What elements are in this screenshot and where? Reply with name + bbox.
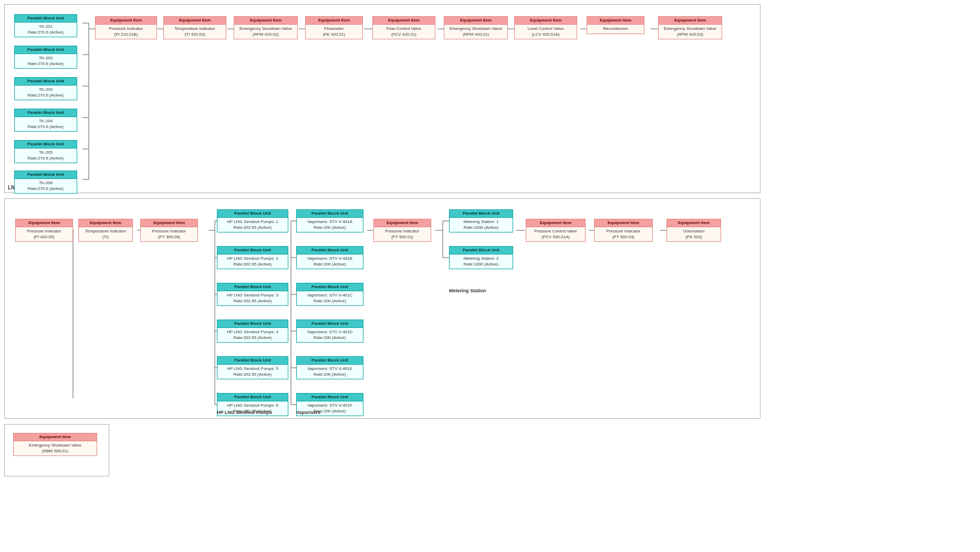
ti-mid-body: Temperature Indicator(TI): [79, 227, 132, 241]
pump1-node: Parallel Block Unit HP LNG Sendout Pumps…: [217, 209, 288, 232]
pcv500-body: Pressure Control Valve(PCV 500.01A): [526, 227, 585, 241]
pump4-body: HP LNG Sendout Pumps: 4Rate:202.95 (Acti…: [217, 328, 288, 342]
vaporisers-label: Vaporisers: [296, 410, 320, 415]
tk203-header: Parallel Block Unit: [15, 78, 77, 86]
ti-mid-node: Equipment Item Temperature Indicator(TI): [78, 219, 133, 242]
pump2-node: Parallel Block Unit HP LNG Sendout Pumps…: [217, 246, 288, 269]
vapd-node: Parallel Block Unit Vaporisers: STV V-40…: [296, 320, 363, 343]
vapb-header: Parallel Block Unit: [297, 247, 363, 254]
vapa-body: Vaporisers: STV V-401ARate:200 (Active): [297, 218, 363, 232]
metering-label: Metering Station: [449, 288, 486, 293]
odor-body: Odorisation(PK 502): [667, 227, 721, 241]
esv42001-node: Equipment Item Emergency Shutdown Valve(…: [444, 16, 508, 39]
sendout-section: Equipment Item Pressure Indicator(PI 420…: [4, 198, 760, 419]
esv42003-node: Equipment Item Emergency Shutdown Valve(…: [658, 16, 722, 39]
pt500-node: Equipment Item Pressure Indicator(PT 500…: [373, 219, 431, 242]
esv42001-body: Emergency Shutdown Valve(RPM 420.01): [444, 25, 507, 39]
esv500-header: Equipment Item: [14, 433, 97, 441]
esv500-body: Emergency Shutdown Valve(RBM 500.01): [14, 441, 97, 455]
esv42002-node: Equipment Item Emergency Shutdown Valve(…: [234, 16, 298, 39]
meter2-node: Parallel Block Unit Metering Station: 2R…: [449, 246, 513, 269]
esv500-node: Equipment Item Emergency Shutdown Valve(…: [13, 433, 97, 456]
tk202-header: Parallel Block Unit: [15, 46, 77, 54]
pi210-node: Equipment Item Pressure Indicator(PI 210…: [95, 16, 157, 39]
tk203-node: Parallel Block Unit TK-203Rate:270.6 (Ac…: [14, 77, 77, 100]
vapd-header: Parallel Block Unit: [297, 320, 363, 328]
esv42001-header: Equipment Item: [444, 17, 507, 25]
tk201-node: Parallel Block Unit TK-201Rate:270.6 (Ac…: [14, 14, 77, 37]
lng-storage-section: LNG storage tanks Parallel Block Unit TK…: [4, 4, 760, 193]
pt500-body: Pressure Indicator(PT 500.01): [374, 227, 431, 241]
recond-body: Recondenser: [587, 25, 644, 33]
vape-body: Vaporisers: STV V-401ERate:200 (Active): [297, 365, 363, 379]
pi42005-body: Pressure Indicator(PI 420.05): [16, 227, 72, 241]
vapa-header: Parallel Block Unit: [297, 210, 363, 218]
pt50003-node: Equipment Item Pressure Indicator(PT 500…: [594, 219, 653, 242]
esv42003-body: Emergency Shutdown Valve(RPM 420.03): [659, 25, 722, 39]
lcv420-body: Level Control Valve(LCV 420.01A): [515, 25, 577, 39]
pump4-header: Parallel Block Unit: [217, 320, 288, 328]
tk202-body: TK-202Rate:270.6 (Active): [15, 54, 77, 68]
pump3-node: Parallel Block Unit HP LNG Sendout Pumps…: [217, 283, 288, 306]
vapc-node: Parallel Block Unit Vaporisers: STV V-40…: [296, 283, 363, 306]
pt300-body: Pressure Indicator(PT 300.09): [141, 227, 197, 241]
tk206-body: TK-206Rate:270.6 (Active): [15, 179, 77, 193]
tk205-node: Parallel Block Unit TK-205Rate:270.6 (Ac…: [14, 140, 77, 163]
fcv420-header: Equipment Item: [373, 17, 435, 25]
fe420-header: Equipment Item: [306, 17, 362, 25]
tk205-body: TK-205Rate:270.6 (Active): [15, 148, 77, 163]
vapb-node: Parallel Block Unit Vaporisers: STV V-40…: [296, 246, 363, 269]
meter1-body: Metering Station: 1Rate:1000 (Active): [450, 218, 513, 232]
tk206-header: Parallel Block Unit: [15, 171, 77, 179]
pump5-header: Parallel Block Unit: [217, 357, 288, 365]
ti420-header: Equipment Item: [164, 17, 226, 25]
tk201-header: Parallel Block Unit: [15, 15, 77, 23]
fe420-body: Flowmeter(FE 420.01): [306, 25, 362, 39]
tk205-header: Parallel Block Unit: [15, 141, 77, 148]
pump1-body: HP LNG Sendout Pumps: 1Rate:202.95 (Acti…: [217, 218, 288, 232]
esv42003-header: Equipment Item: [659, 17, 722, 25]
tk201-body: TK-201Rate:270.6 (Active): [15, 23, 77, 37]
pump1-header: Parallel Block Unit: [217, 210, 288, 218]
pump5-body: HP LNG Sendout Pumps: 5Rate:202.95 (Acti…: [217, 365, 288, 379]
vapd-body: Vaporisers: STV V-401DRate:200 (Active): [297, 328, 363, 342]
pump2-body: HP LNG Sendout Pumps: 2Rate:202.95 (Acti…: [217, 254, 288, 269]
pi42005-node: Equipment Item Pressure Indicator(PI 420…: [15, 219, 73, 242]
tk202-node: Parallel Block Unit TK-202Rate:270.6 (Ac…: [14, 46, 77, 69]
ti-mid-header: Equipment Item: [79, 219, 132, 227]
vapf-header: Parallel Block Unit: [297, 394, 363, 401]
meter2-body: Metering Station: 2Rate:1000 (Active): [450, 254, 513, 269]
ti420-node: Equipment Item Temperature Indicator(TI …: [163, 16, 226, 39]
vapc-header: Parallel Block Unit: [297, 283, 363, 291]
odor-node: Equipment Item Odorisation(PK 502): [666, 219, 721, 242]
fe420-node: Equipment Item Flowmeter(FE 420.01): [305, 16, 363, 39]
esv-section: Equipment Item Emergency Shutdown Valve(…: [4, 424, 109, 476]
pt300-header: Equipment Item: [141, 219, 197, 227]
lcv420-node: Equipment Item Level Control Valve(LCV 4…: [514, 16, 577, 39]
lcv420-header: Equipment Item: [515, 17, 577, 25]
pump4-node: Parallel Block Unit HP LNG Sendout Pumps…: [217, 320, 288, 343]
pcv500-header: Equipment Item: [526, 219, 585, 227]
tk206-node: Parallel Block Unit TK-206Rate:270.6 (Ac…: [14, 171, 77, 194]
pump6-header: Parallel Block Unit: [217, 394, 288, 401]
hp-pumps-label: HP LNG Sendout Pumps: [217, 410, 272, 415]
tk204-node: Parallel Block Unit TK-204Rate:270.6 (Ac…: [14, 109, 77, 132]
recond-node: Equipment Item Recondenser: [587, 16, 644, 34]
vape-header: Parallel Block Unit: [297, 357, 363, 365]
fcv420-body: Flow Control Valve(FCV 420.01): [373, 25, 435, 39]
vapc-body: Vaporisers: STV V-401CRate:200 (Active): [297, 291, 363, 305]
pump2-header: Parallel Block Unit: [217, 247, 288, 254]
pt50003-header: Equipment Item: [595, 219, 652, 227]
pump3-header: Parallel Block Unit: [217, 283, 288, 291]
pump5-node: Parallel Block Unit HP LNG Sendout Pumps…: [217, 356, 288, 379]
vapa-node: Parallel Block Unit Vaporisers: STV V-40…: [296, 209, 363, 232]
esv42002-body: Emergency Shutdown Valve(RPM 420.02): [234, 25, 297, 39]
pi210-body: Pressure Indicator(PI 210.01B): [96, 25, 157, 39]
tk204-body: TK-204Rate:270.6 (Active): [15, 117, 77, 131]
meter1-node: Parallel Block Unit Metering Station: 1R…: [449, 209, 513, 232]
meter2-header: Parallel Block Unit: [450, 247, 513, 254]
recond-header: Equipment Item: [587, 17, 644, 25]
pi42005-header: Equipment Item: [16, 219, 72, 227]
pt50003-body: Pressure Indicator(PT 500.03): [595, 227, 652, 241]
esv42002-header: Equipment Item: [234, 17, 297, 25]
